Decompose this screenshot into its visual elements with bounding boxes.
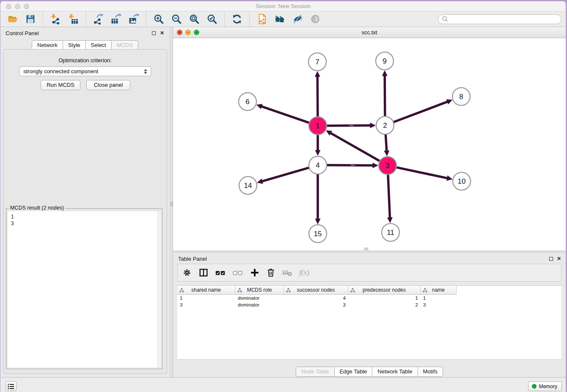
column-header-MCDS-role[interactable]: MCDS role xyxy=(235,286,284,295)
tab-edge-table[interactable]: Edge Table xyxy=(334,367,372,377)
save-session-icon[interactable] xyxy=(24,13,37,25)
graph-edge-2-3[interactable] xyxy=(384,133,389,156)
zoom-selected-icon[interactable] xyxy=(206,13,218,25)
column-header-name[interactable]: name xyxy=(421,286,457,295)
panel-divider-vertical[interactable] xyxy=(170,27,173,377)
graph-node-10[interactable]: 10 xyxy=(453,172,471,190)
delete-table-icon xyxy=(282,268,293,278)
graph-edge-4-15[interactable] xyxy=(315,173,321,224)
hierarchy-icon xyxy=(237,288,242,293)
divider-grip[interactable] xyxy=(171,202,173,206)
graph-node-6[interactable]: 6 xyxy=(239,93,256,110)
network-canvas[interactable]: 7968124314101511 xyxy=(173,38,566,251)
graph-node-1[interactable]: 1 xyxy=(309,117,327,135)
edge-label-mark xyxy=(349,125,353,126)
criterion-value: strongly connected component xyxy=(23,68,98,75)
search-input[interactable] xyxy=(449,15,561,23)
network-view-window: ✕ − + scc.txt 7968124314101511 xyxy=(173,27,566,251)
mcds-result-group: MCDS result (2 nodes) 13 xyxy=(6,208,162,369)
control-panel-title: Control Panel xyxy=(6,30,39,36)
refresh-view-icon[interactable] xyxy=(231,13,243,25)
graph-edge-1-4[interactable] xyxy=(315,134,321,156)
graph-edge-3-11[interactable] xyxy=(387,174,393,223)
first-neighbors-icon[interactable] xyxy=(273,13,286,25)
zoom-in-icon[interactable] xyxy=(152,13,165,25)
run-mcds-button[interactable]: Run MCDS xyxy=(41,80,80,90)
close-panel-icon[interactable]: ✕ xyxy=(160,30,164,36)
deselect-all-icon[interactable] xyxy=(232,268,243,278)
node-label: 4 xyxy=(316,161,319,169)
table-toolbar: f(x) xyxy=(177,264,561,282)
select-all-icon[interactable] xyxy=(215,268,226,278)
search-box[interactable] xyxy=(438,14,561,24)
float-panel-icon[interactable] xyxy=(152,31,156,35)
graph-edge-2-9[interactable] xyxy=(382,70,388,117)
graph-edge-1-6[interactable] xyxy=(256,104,310,123)
import-network-icon[interactable] xyxy=(49,13,62,25)
apply-function-icon: f(x) xyxy=(299,268,309,277)
zoom-out-icon[interactable] xyxy=(170,13,183,25)
node-label: 6 xyxy=(245,98,249,106)
cell-MCDS-role: dominator xyxy=(235,295,284,302)
graph-node-9[interactable]: 9 xyxy=(376,52,394,70)
split-view-icon[interactable] xyxy=(198,268,209,278)
dropdown-stepper-icon xyxy=(143,68,149,75)
column-header-shared-name[interactable]: shared name xyxy=(177,286,235,295)
memory-button[interactable]: Memory xyxy=(528,381,562,391)
clone-network-icon[interactable] xyxy=(256,13,268,25)
tab-network-table[interactable]: Network Table xyxy=(372,367,418,377)
task-history-button[interactable] xyxy=(6,381,17,391)
mcds-result-textarea[interactable]: 13 xyxy=(8,211,161,367)
zoom-fit-icon[interactable] xyxy=(188,13,201,25)
export-image-icon[interactable] xyxy=(127,13,140,25)
column-header-predecessor-nodes[interactable]: predecessor nodes xyxy=(348,286,421,295)
graph-node-2[interactable]: 2 xyxy=(376,116,394,134)
delete-column-icon[interactable] xyxy=(266,268,275,278)
tab-node-table[interactable]: Node Table xyxy=(296,367,335,377)
graph-edge-4-3[interactable] xyxy=(326,163,378,168)
column-header-successor-nodes[interactable]: successor nodes xyxy=(284,286,348,295)
graph-edge-3-1[interactable] xyxy=(326,130,380,162)
network-window-titlebar[interactable]: ✕ − + scc.txt xyxy=(173,27,566,38)
column-header-label: name xyxy=(432,287,445,293)
graph-edge-3-10[interactable] xyxy=(396,167,453,181)
node-label: 2 xyxy=(383,121,387,130)
edge-label-mark xyxy=(350,165,355,166)
graph-edge-4-14[interactable] xyxy=(257,167,310,184)
close-table-panel-icon[interactable]: ✕ xyxy=(557,256,561,262)
hierarchy-icon xyxy=(286,288,291,293)
graph-edge-1-7[interactable] xyxy=(315,71,320,118)
criterion-dropdown[interactable]: strongly connected component xyxy=(19,66,151,76)
result-scrollbar[interactable] xyxy=(157,211,161,367)
add-column-icon[interactable] xyxy=(250,268,260,278)
toolbar-separator xyxy=(224,11,225,27)
float-table-panel-icon[interactable] xyxy=(549,257,553,261)
tab-motifs[interactable]: Motifs xyxy=(418,367,443,377)
open-file-icon[interactable] xyxy=(6,13,19,25)
canvas-divider-grip[interactable] xyxy=(364,248,368,250)
graph-node-15[interactable]: 15 xyxy=(309,225,327,243)
table-body: 1dominator4113dominator323 xyxy=(177,295,561,309)
graph-node-14[interactable]: 14 xyxy=(239,177,257,194)
cell-successor-nodes: 4 xyxy=(284,295,348,302)
close-panel-button[interactable]: Close panel xyxy=(86,80,130,90)
export-network-icon[interactable] xyxy=(92,13,105,25)
table-row[interactable]: 1dominator411 xyxy=(177,295,561,302)
node-table: shared nameMCDS rolesuccessor nodesprede… xyxy=(177,285,561,360)
graph-node-4[interactable]: 4 xyxy=(309,156,327,174)
graph-node-7[interactable]: 7 xyxy=(308,53,326,71)
table-settings-icon[interactable] xyxy=(182,268,192,278)
node-label: 7 xyxy=(315,58,319,66)
hide-graphics-details-icon[interactable] xyxy=(291,13,304,25)
graph-node-11[interactable]: 11 xyxy=(382,224,399,241)
import-table-icon[interactable] xyxy=(67,13,80,25)
graph-node-3[interactable]: 3 xyxy=(379,157,396,174)
table-row[interactable]: 3dominator323 xyxy=(177,302,561,309)
network-graph[interactable]: 7968124314101511 xyxy=(173,38,566,251)
graph-node-8[interactable]: 8 xyxy=(452,88,470,105)
graph-edge-2-8[interactable] xyxy=(393,99,453,122)
graph-edge-1-2[interactable] xyxy=(326,123,376,128)
table-panel-title: Table Panel xyxy=(178,256,207,262)
export-table-icon[interactable] xyxy=(110,13,122,25)
network-window-title: scc.txt xyxy=(173,29,566,36)
